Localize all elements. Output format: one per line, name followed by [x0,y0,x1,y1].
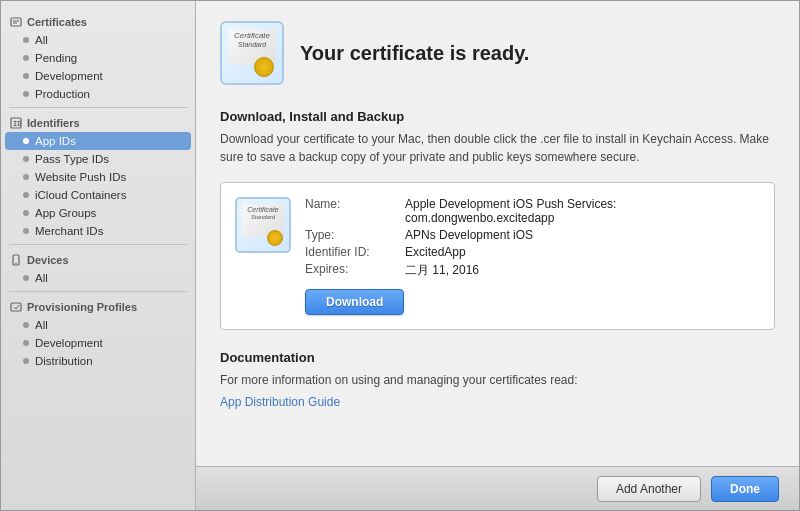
download-section: Download, Install and Backup Download yo… [220,109,775,166]
expires-label: Expires: [305,262,405,279]
sidebar-section-provisioning: Provisioning Profiles [1,296,195,316]
doc-section-title: Documentation [220,350,775,365]
sidebar-item-all-certs[interactable]: All [1,31,195,49]
sidebar-item-label: Development [35,70,103,82]
sidebar-item-label: Pass Type IDs [35,153,109,165]
identifiers-section-icon: ID [9,116,23,130]
sidebar-item-website-push-ids[interactable]: Website Push IDs [1,168,195,186]
dot-icon [23,73,29,79]
sidebar-item-label: App Groups [35,207,96,219]
cert-ready-header: Certificate Standard Your certificate is… [220,21,775,85]
cert-ready-icon: Certificate Standard [220,21,284,85]
sidebar-item-label: App IDs [35,135,76,147]
dot-icon [23,322,29,328]
sidebar-item-icloud-containers[interactable]: iCloud Containers [1,186,195,204]
sidebar: Certificates All Pending Development Pro… [1,1,196,510]
cert-info-identifier-row: Identifier ID: ExcitedApp [305,245,760,259]
dot-icon [23,275,29,281]
cert-info-name-row: Name: Apple Development iOS Push Service… [305,197,760,225]
sidebar-item-label: Merchant IDs [35,225,103,237]
type-label: Type: [305,228,405,242]
download-section-text: Download your certificate to your Mac, t… [220,130,775,166]
download-button[interactable]: Download [305,289,404,315]
doc-section-text: For more information on using and managi… [220,371,775,389]
sidebar-item-label: Website Push IDs [35,171,126,183]
certificates-header-label: Certificates [27,16,87,28]
sidebar-item-label: All [35,272,48,284]
dot-icon [23,55,29,61]
cert-icon-sub-label: Standard [222,41,282,48]
identifier-label: Identifier ID: [305,245,405,259]
dot-icon [23,91,29,97]
cert-detail-badge [267,230,283,246]
sidebar-item-merchant-ids[interactable]: Merchant IDs [1,222,195,240]
identifier-value: ExcitedApp [405,245,466,259]
sidebar-item-all-profiles[interactable]: All [1,316,195,334]
add-another-button[interactable]: Add Another [597,476,701,502]
sidebar-item-label: Production [35,88,90,100]
devices-section-icon [9,253,23,267]
certificates-section-icon [9,15,23,29]
cert-icon-text-label: Certificate [222,31,282,40]
footer: Add Another Done [196,466,799,510]
dot-icon [23,228,29,234]
dot-icon [23,138,29,144]
sidebar-item-app-ids[interactable]: App IDs [5,132,191,150]
sidebar-section-identifiers: ID Identifiers [1,112,195,132]
type-value: APNs Development iOS [405,228,533,242]
sidebar-item-label: All [35,34,48,46]
sidebar-item-development-profile[interactable]: Development [1,334,195,352]
sidebar-item-production[interactable]: Production [1,85,195,103]
dot-icon [23,37,29,43]
cert-ready-title: Your certificate is ready. [300,42,529,65]
cert-icon-badge [254,57,274,77]
cert-detail-icon-text: Certificate [237,206,289,213]
name-value: Apple Development iOS Push Services: com… [405,197,760,225]
content-area: Certificate Standard Your certificate is… [196,1,799,466]
devices-header-label: Devices [27,254,69,266]
sidebar-divider-1 [9,107,187,108]
svg-rect-0 [11,18,21,26]
sidebar-item-all-devices[interactable]: All [1,269,195,287]
provisioning-header-label: Provisioning Profiles [27,301,137,313]
sidebar-item-label: Development [35,337,103,349]
dot-icon [23,156,29,162]
cert-info-type-row: Type: APNs Development iOS [305,228,760,242]
documentation-section: Documentation For more information on us… [220,350,775,409]
sidebar-item-app-groups[interactable]: App Groups [1,204,195,222]
main-content: Certificate Standard Your certificate is… [196,1,799,510]
cert-detail-icon-sub: Standard [237,214,289,220]
identifiers-header-label: Identifiers [27,117,80,129]
dot-icon [23,174,29,180]
sidebar-item-label: Pending [35,52,77,64]
cert-detail-info: Name: Apple Development iOS Push Service… [305,197,760,315]
cert-detail-icon: Certificate Standard [235,197,291,253]
sidebar-item-label: All [35,319,48,331]
sidebar-divider-2 [9,244,187,245]
sidebar-item-label: Distribution [35,355,93,367]
cert-info-expires-row: Expires: 二月 11, 2016 [305,262,760,279]
app-distribution-guide-link[interactable]: App Distribution Guide [220,395,340,409]
dot-icon [23,192,29,198]
svg-text:ID: ID [13,120,21,128]
cert-detail-box: Certificate Standard Name: Apple Develop… [220,182,775,330]
sidebar-item-label: iCloud Containers [35,189,126,201]
provisioning-section-icon [9,300,23,314]
sidebar-section-certificates: Certificates [1,11,195,31]
sidebar-item-pass-type-ids[interactable]: Pass Type IDs [1,150,195,168]
sidebar-divider-3 [9,291,187,292]
sidebar-section-devices: Devices [1,249,195,269]
dot-icon [23,210,29,216]
sidebar-item-pending[interactable]: Pending [1,49,195,67]
sidebar-item-distribution[interactable]: Distribution [1,352,195,370]
dot-icon [23,340,29,346]
expires-value: 二月 11, 2016 [405,262,479,279]
name-label: Name: [305,197,405,225]
svg-point-6 [15,263,17,265]
dot-icon [23,358,29,364]
sidebar-item-development-cert[interactable]: Development [1,67,195,85]
done-button[interactable]: Done [711,476,779,502]
download-section-title: Download, Install and Backup [220,109,775,124]
svg-rect-7 [11,303,21,311]
